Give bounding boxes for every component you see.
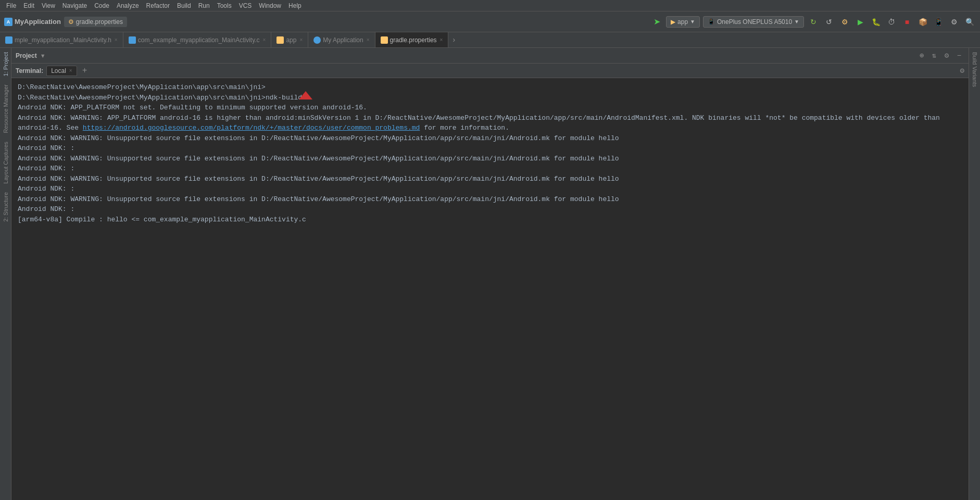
profile-button[interactable]: ⏱ [885,16,898,28]
terminal-settings-icon[interactable]: ⚙ [960,66,964,75]
panel-settings-icon[interactable]: ⚙ [941,51,952,61]
gradle-tab-label: gradle.properties [76,18,123,26]
tab-label-app: app [286,36,296,44]
local-tab-label: Local [51,67,66,74]
terminal-line-12: [arm64-v8a] Compile : hello <= com_examp… [18,215,962,225]
tabs-overflow[interactable]: › [448,32,459,47]
tab-label-h: mple_myapplication_MainActivity.h [15,36,111,44]
build-variants: Build Variants [969,48,980,500]
terminal-line-8: Android NDK: WARNING: Unsupported source… [18,174,962,184]
panel-scope-icon[interactable]: ⊕ [916,51,927,61]
toolbar-right: ➤ ▶ app ▼ 📱 OnePlus ONEPLUS A5010 ▼ ↻ ↺ … [650,16,976,28]
tab-myapplication[interactable]: My Application × [308,32,375,47]
sdk-manager-button[interactable]: 📦 [916,16,929,28]
svg-marker-0 [299,91,312,99]
terminal-line-3: Android NDK: WARNING: APP_PLATFORM andro… [18,113,962,133]
settings-button[interactable]: ⚙ [948,16,960,28]
menu-build[interactable]: Build [174,1,194,10]
toolbar: A MyApplication ⚙ gradle.properties ➤ ▶ … [0,11,980,32]
terminal-container: Terminal: Local × + ⚙ D:\ReactNative\Awe… [11,64,969,500]
panel-minus-icon[interactable]: − [954,51,964,61]
tab-label-c: com_example_myapplication_MainActivity.c [138,36,260,44]
terminal-tab-local[interactable]: Local × [46,66,77,76]
menu-view[interactable]: View [39,1,58,10]
terminal-content[interactable]: D:\ReactNative\AwesomeProject\MyApplicat… [11,78,969,500]
menu-window[interactable]: Window [256,1,284,10]
tab-close-c[interactable]: × [263,37,266,43]
tool-structure[interactable]: 2: Structure [1,188,11,226]
refresh-button[interactable]: ↺ [823,16,835,28]
menu-vcs[interactable]: VCS [236,1,255,10]
tool-build-variants[interactable]: Build Variants [970,48,980,91]
project-label: A MyApplication [4,18,61,26]
panel-icons: ⊕ ⇅ ⚙ − [916,51,964,61]
stop-button[interactable]: ■ [901,16,913,28]
panel-expand-icon[interactable]: ⇅ [929,51,939,61]
tab-label-gradle: gradle.properties [390,36,437,44]
terminal-tabs-bar: Terminal: Local × + ⚙ [11,64,969,78]
run-config-dropdown[interactable]: ▶ app ▼ [666,16,700,28]
device-label: OnePlus ONEPLUS A5010 [717,18,792,26]
panel-dropdown-arrow[interactable]: ▼ [40,53,46,59]
tab-close-h[interactable]: × [115,37,118,43]
terminal-label: Terminal: [16,67,43,74]
main-layout: 1: Project Resource Manager Layout Captu… [0,48,980,500]
tab-icon [5,36,12,44]
menu-run[interactable]: Run [195,1,213,10]
editor-tabs: mple_myapplication_MainActivity.h × com_… [0,32,980,48]
terminal-line-5: Android NDK: : [18,143,962,154]
tab-icon-c [129,36,136,44]
menu-bar: File Edit View Navigate Code Analyze Ref… [0,0,980,11]
content-area: Project ▼ ⊕ ⇅ ⚙ − Terminal: Local × + ⚙ [11,48,969,500]
left-tools: 1: Project Resource Manager Layout Captu… [0,48,11,500]
run-config-label: app [677,18,688,26]
panel-header: Project ▼ ⊕ ⇅ ⚙ − [11,48,969,64]
terminal-line-1: D:\ReactNative\AwesomeProject\MyApplicat… [18,93,962,103]
menu-navigate[interactable]: Navigate [59,1,90,10]
avd-manager-button[interactable]: 📱 [932,16,945,28]
tool-project[interactable]: 1: Project [1,48,11,80]
tab-label-myapp: My Application [323,36,363,44]
terminal-line-0: D:\ReactNative\AwesomeProject\MyApplicat… [18,82,962,93]
tab-gradle[interactable]: gradle.properties × [375,32,449,47]
terminal-line-2: Android NDK: APP_PLATFORM not set. Defau… [18,103,962,113]
terminal-line-7: Android NDK: : [18,164,962,174]
menu-tools[interactable]: Tools [214,1,235,10]
run-button[interactable]: ▶ [854,16,866,28]
terminal-line-10: Android NDK: WARNING: Unsupported source… [18,194,962,205]
navigate-back-button[interactable]: ➤ [650,16,663,28]
project-name: MyApplication [15,18,61,26]
terminal-add-tab[interactable]: + [80,66,90,76]
tab-close-myapp[interactable]: × [367,37,370,43]
panel-title: Project [16,52,37,59]
device-dropdown[interactable]: 📱 OnePlus ONEPLUS A5010 ▼ [703,16,804,28]
gradle-tab[interactable]: ⚙ gradle.properties [64,17,127,27]
menu-file[interactable]: File [3,1,19,10]
menu-code[interactable]: Code [91,1,112,10]
terminal-line-11: Android NDK: : [18,204,962,215]
tab-icon-myapp [313,36,321,44]
terminal-line-6: Android NDK: WARNING: Unsupported source… [18,154,962,164]
menu-refactor[interactable]: Refactor [143,1,173,10]
menu-analyze[interactable]: Analyze [114,1,142,10]
tab-icon-app [277,36,284,44]
search-everywhere-button[interactable]: 🔍 [963,16,976,28]
menu-edit[interactable]: Edit [20,1,37,10]
tab-close-app[interactable]: × [299,37,303,43]
tool-layout-captures[interactable]: Layout Captures [1,138,11,188]
ndk-link[interactable]: https://android.googlesource.com/platfor… [83,124,420,132]
tab-mainactivity-h[interactable]: mple_myapplication_MainActivity.h × [0,32,123,47]
tab-app[interactable]: app × [271,32,308,47]
terminal-line-4: Android NDK: WARNING: Unsupported source… [18,133,962,144]
project-icon: A [4,18,12,26]
local-tab-close[interactable]: × [69,68,72,73]
tab-close-gradle[interactable]: × [440,37,443,43]
tab-mainactivity-c[interactable]: com_example_myapplication_MainActivity.c… [123,32,272,47]
sync-button[interactable]: ↻ [807,16,820,28]
terminal-line-9: Android NDK: : [18,184,962,194]
tab-icon-gradle [381,36,388,44]
build-button[interactable]: ⚙ [838,16,851,28]
tool-resource-manager[interactable]: Resource Manager [1,80,11,138]
debug-button[interactable]: 🐛 [870,16,882,28]
menu-help[interactable]: Help [285,1,305,10]
